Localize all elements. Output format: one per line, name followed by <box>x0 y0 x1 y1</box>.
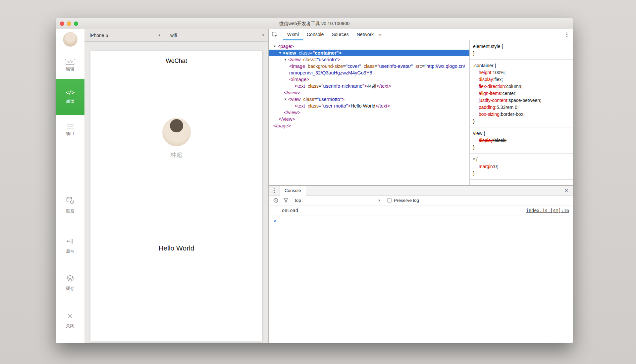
tree-node[interactable]: </view> <box>269 89 469 96</box>
chevron-down-icon: ▾ <box>158 33 160 37</box>
tree-node[interactable]: ▼<view class="usermotto"> <box>269 96 469 103</box>
close-window-button[interactable] <box>60 22 64 26</box>
console-drawer: Console × top ▾ Preserve log <box>269 185 573 343</box>
divider <box>561 31 561 38</box>
console-prompt-chevron[interactable]: > <box>269 215 573 223</box>
simulator-canvas-wrap: WeChat 林超 Hello World <box>84 42 268 343</box>
tree-node[interactable]: <text class="user-motto">Hello World</te… <box>269 103 469 109</box>
devtools-tab-network[interactable]: Network <box>353 29 378 40</box>
style-selector[interactable]: * { <box>473 156 570 163</box>
clear-console-icon[interactable] <box>273 198 278 203</box>
style-property[interactable]: flex-direction:column; <box>473 83 570 90</box>
sidebar-item-edit[interactable]: </>编辑 <box>56 59 84 71</box>
devtools-tab-wxml[interactable]: Wxml <box>283 29 303 40</box>
style-property[interactable]: display:block; <box>473 137 570 144</box>
close-drawer-icon[interactable]: × <box>560 186 573 195</box>
layers-icon <box>66 274 75 283</box>
execution-context-select[interactable]: top ▾ <box>295 198 380 203</box>
tab-overflow-button[interactable]: » <box>379 32 382 37</box>
device-select[interactable]: iPhone 6 ▾ <box>84 29 165 41</box>
devtools-menu-icon[interactable] <box>565 31 569 38</box>
console-log-source-link[interactable]: index.js [sm]:16 <box>526 208 569 213</box>
sidebar-item-debug[interactable]: </>调试 <box>56 79 84 115</box>
tree-node[interactable]: </page> <box>269 122 469 129</box>
network-select[interactable]: wifi ▾ <box>165 29 268 41</box>
style-rule: element.style {} <box>470 40 573 60</box>
style-property[interactable]: padding:5.33rem 0; <box>473 104 570 111</box>
zoom-window-button[interactable] <box>74 22 78 26</box>
style-close-brace: } <box>473 144 570 151</box>
simulator-screen[interactable]: WeChat 林超 Hello World <box>90 51 262 341</box>
tree-node[interactable]: </view> <box>269 109 469 116</box>
tree-node[interactable]: <image background-size="cover" class="us… <box>269 63 469 76</box>
tree-node[interactable]: ▼<view class="userinfo"> <box>269 56 469 63</box>
close-icon <box>67 313 74 321</box>
style-rule: .container {height:100%;display:flex;fle… <box>470 60 573 127</box>
sidebar: </>编辑</>调试项目重启后台缓存关闭 <box>56 29 84 343</box>
styles-panel: element.style {}.container {height:100%;… <box>469 40 573 185</box>
style-property[interactable]: height:100%; <box>473 69 570 76</box>
user-motto-text: Hello World <box>90 244 262 252</box>
title-bar: 微信web开发者工具 v0.10.100900 <box>56 18 573 29</box>
devtools-tab-bar: WxmlConsoleSourcesNetwork» <box>269 29 573 40</box>
sidebar-item-label: 编辑 <box>66 67 75 71</box>
style-property[interactable]: justify-content:space-between; <box>473 97 570 104</box>
to-back-icon <box>66 237 74 246</box>
sidebar-item-restart[interactable]: 重启 <box>56 197 84 213</box>
inspect-element-icon[interactable] <box>272 32 278 37</box>
network-select-value: wifi <box>170 33 177 38</box>
sidebar-item-project[interactable]: 项目 <box>56 124 84 136</box>
sidebar-item-label: 项目 <box>66 131 75 136</box>
tree-node[interactable]: </image> <box>269 76 469 83</box>
style-property[interactable]: align-items:center; <box>473 90 570 97</box>
style-property[interactable]: margin:0; <box>473 163 570 170</box>
device-select-value: iPhone 6 <box>90 33 108 38</box>
sidebar-item-label: 重启 <box>66 209 75 213</box>
sidebar-item-label: 调试 <box>66 99 75 104</box>
filter-icon[interactable] <box>284 198 288 203</box>
divider <box>281 31 281 38</box>
style-rule: view {display:block;} <box>470 127 573 154</box>
style-property[interactable]: box-sizing:border-box; <box>473 111 570 118</box>
style-property[interactable]: display:flex; <box>473 76 570 83</box>
style-selector[interactable]: view { <box>473 130 570 137</box>
traffic-lights <box>60 22 78 26</box>
simulator-pane: iPhone 6 ▾ wifi ▾ WeChat 林超 Hello World <box>84 29 268 343</box>
userinfo-nickname: 林超 <box>90 151 262 159</box>
drawer-menu-icon[interactable] <box>269 186 280 195</box>
chevron-down-icon: ▾ <box>262 33 264 37</box>
tree-node[interactable]: <text class="userinfo-nickname">林超</text… <box>269 83 469 89</box>
console-drawer-tab-bar: Console × <box>269 186 573 196</box>
userinfo-avatar-image[interactable] <box>162 118 191 146</box>
expand-arrow-icon[interactable]: ▼ <box>273 43 278 50</box>
expand-arrow-icon[interactable]: ▼ <box>284 56 288 63</box>
console-drawer-tab[interactable]: Console <box>280 186 306 196</box>
sidebar-item-close[interactable]: 关闭 <box>56 313 84 328</box>
menu-icon <box>67 124 74 128</box>
style-close-brace: } <box>473 170 570 177</box>
style-rule: * {margin:0;} <box>470 154 573 180</box>
tree-node[interactable]: </view> <box>269 116 469 122</box>
sidebar-item-cache[interactable]: 缓存 <box>56 274 84 291</box>
console-toolbar: top ▾ Preserve log <box>269 196 573 205</box>
console-log-list: onLoadindex.js [sm]:16 <box>269 205 573 215</box>
sidebar-item-background[interactable]: 后台 <box>56 237 84 254</box>
app-window: 微信web开发者工具 v0.10.100900 </>编辑</>调试项目重启后台… <box>56 18 573 343</box>
minimize-window-button[interactable] <box>67 22 71 26</box>
preserve-log-checkbox[interactable] <box>387 198 392 203</box>
db-refresh-icon <box>66 197 75 206</box>
code-icon: </> <box>66 90 75 95</box>
expand-arrow-icon[interactable]: ▼ <box>284 96 288 103</box>
devtools-tab-console[interactable]: Console <box>303 29 328 40</box>
style-selector[interactable]: element.style { <box>473 43 570 50</box>
style-close-brace: } <box>473 50 570 57</box>
user-avatar[interactable] <box>63 32 78 47</box>
sidebar-item-label: 关闭 <box>66 324 75 328</box>
tree-node-selected[interactable]: ▼<view class="container"> <box>269 50 469 56</box>
devtools-tab-sources[interactable]: Sources <box>328 29 352 40</box>
tree-node[interactable]: ▼<page> <box>269 43 469 50</box>
expand-arrow-icon[interactable]: ▼ <box>279 50 283 56</box>
style-selector[interactable]: .container { <box>473 62 570 69</box>
sidebar-item-label: 后台 <box>66 249 75 254</box>
console-log-row: onLoadindex.js [sm]:16 <box>269 205 573 215</box>
